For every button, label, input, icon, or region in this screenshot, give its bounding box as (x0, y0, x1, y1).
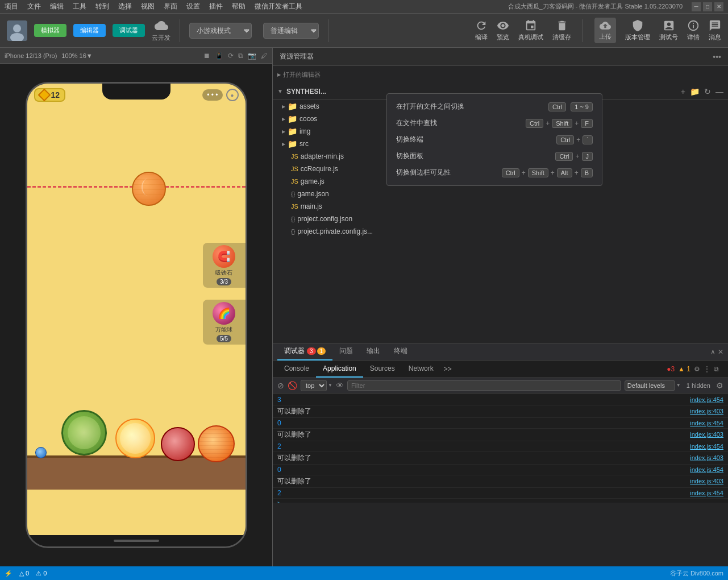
test-button[interactable]: 测试号 (659, 19, 678, 42)
compile-mode-select[interactable]: 普通编辑 (263, 23, 319, 39)
toolbar-right: 编译 预览 真机调试 清缓存 上传 (475, 18, 721, 43)
debug-up-icon[interactable]: ∧ (710, 348, 715, 356)
project-name: SYNTHESI... (286, 88, 326, 96)
menu-item-edit[interactable]: 编辑 (50, 2, 64, 11)
open-editors-title[interactable]: ▶ 打开的编辑器 (273, 68, 728, 81)
file-main-js[interactable]: JS main.js (273, 200, 728, 213)
tab-debugger[interactable]: 调试器 3 1 (277, 343, 332, 361)
phone-record-icon[interactable]: ● (226, 89, 239, 101)
menu-item-wechat[interactable]: 微信开发者工具 (255, 2, 302, 11)
menu-item-settings[interactable]: 设置 (186, 2, 200, 11)
collapse-icon[interactable]: — (715, 87, 723, 96)
preview-button[interactable]: 预览 (497, 19, 509, 42)
key-ctrl-1: Ctrl (548, 102, 566, 111)
sim-rotate-icon[interactable]: ⟳ (228, 52, 234, 60)
tab-issues[interactable]: 问题 (332, 343, 360, 361)
upload-button[interactable]: 上传 (594, 18, 616, 43)
tab-output[interactable]: 输出 (360, 343, 387, 361)
devtools-menu-icon[interactable]: ⋮ (704, 365, 710, 373)
phone-menu-dots[interactable]: • • • (202, 89, 222, 101)
menu-item-goto[interactable]: 转到 (95, 2, 109, 11)
plus-6: + (551, 169, 555, 177)
debug-panel: 调试器 3 1 问题 输出 终端 ∧ ✕ (273, 343, 728, 503)
editor-toggle[interactable]: 编辑器 (73, 24, 106, 37)
editor-btn[interactable]: 编辑器 (73, 24, 106, 37)
log-link-1[interactable]: index.js:403 (690, 408, 723, 415)
cocos-folder-icon: 📁 (288, 114, 297, 123)
settings-icon[interactable]: ⚙ (694, 365, 700, 373)
sim-stop-icon[interactable]: ⏹ (203, 52, 210, 60)
detail-button[interactable]: 详情 (687, 19, 700, 42)
log-link-8[interactable]: index.js:454 (690, 490, 723, 496)
devtools-more-tabs[interactable]: >> (440, 365, 455, 373)
file-project-config[interactable]: {} project.config.json (273, 213, 728, 225)
sim-more-icon[interactable]: 🖊 (261, 52, 268, 60)
sim-phone-icon[interactable]: 📱 (215, 52, 223, 60)
debugger-toggle[interactable]: 调试器 (113, 24, 145, 37)
new-folder-icon[interactable]: 📁 (690, 87, 700, 96)
cloud-dev-toggle[interactable]: 云开发 (152, 19, 170, 42)
debugger-btn[interactable]: 调试器 (113, 24, 145, 37)
phone-screen[interactable]: 12 • • • ● (27, 84, 246, 535)
devtools-network-tab[interactable]: Network (402, 361, 440, 378)
real-debug-button[interactable]: 真机调试 (518, 19, 543, 42)
log-link-2[interactable]: index.js:454 (690, 420, 723, 426)
console-filter-input[interactable] (347, 380, 621, 391)
log-entry-prompt[interactable]: > (273, 499, 728, 503)
log-link-0[interactable]: index.js:454 (690, 396, 723, 403)
avatar[interactable] (7, 20, 27, 41)
clean-button[interactable]: 清缓存 (552, 19, 571, 42)
log-link-5[interactable]: index.js:403 (690, 454, 723, 461)
file-game-json[interactable]: {} game.json (273, 188, 728, 200)
project-config-label: project.config.json (297, 215, 352, 223)
simulator-toggle[interactable]: 模拟器 (34, 24, 66, 37)
menu-item-help[interactable]: 帮助 (232, 2, 246, 11)
log-link-3[interactable]: index.js:403 (690, 431, 723, 438)
menu-item-file[interactable]: 文件 (27, 2, 41, 11)
file-project-private[interactable]: {} project.private.config.js... (273, 225, 728, 238)
compile-mode-selector[interactable]: 普通编辑 ▼ (263, 23, 319, 39)
devtools-console-tab[interactable]: Console (277, 361, 316, 378)
log-link-6[interactable]: index.js:454 (690, 466, 723, 473)
context-selector[interactable]: top (301, 380, 327, 391)
version-button[interactable]: 版本管理 (625, 19, 650, 42)
console-clear-icon[interactable]: ⊘ (277, 381, 284, 390)
refresh-icon[interactable]: ↻ (704, 87, 711, 96)
detail-label: 详情 (687, 33, 700, 42)
game-mode-selector[interactable]: 小游戏模式 ▼ (189, 23, 252, 39)
log-link-4[interactable]: index.js:454 (690, 443, 723, 450)
sim-split-icon[interactable]: ⧉ (238, 52, 243, 60)
message-button[interactable]: 消息 (709, 19, 721, 42)
menu-item-view[interactable]: 视图 (141, 2, 155, 11)
right-panel: 资源管理器 ••• ▶ 打开的编辑器 ▼ SYNTHESI... + 📁 (273, 48, 728, 566)
console-settings-icon[interactable]: ⚙ (716, 381, 723, 390)
console-content[interactable]: 3 index.js:454 可以删除了 index.js:403 0 inde… (273, 393, 728, 503)
dock-icon[interactable]: ⧉ (714, 365, 719, 373)
devtools-sources-tab[interactable]: Sources (363, 361, 402, 378)
power-item-magnet[interactable]: 🧲 吸铁石 3/3 (203, 243, 246, 288)
menu-item-select[interactable]: 选择 (118, 2, 132, 11)
power-item-universal[interactable]: 🌈 万能球 5/5 (203, 300, 246, 345)
log-link-7[interactable]: index.js:403 (690, 478, 723, 484)
minimize-button[interactable]: ─ (692, 2, 701, 11)
tab-terminal[interactable]: 终端 (387, 343, 414, 361)
menu-item-interface[interactable]: 界面 (164, 2, 177, 11)
status-warnings: ⚠ 0 (36, 570, 47, 577)
compile-button[interactable]: 编译 (475, 19, 488, 42)
src-folder-icon: 📁 (288, 139, 297, 148)
devtools-application-tab[interactable]: Application (316, 361, 363, 378)
menu-item-project[interactable]: 项目 (5, 2, 18, 11)
mode-select[interactable]: 小游戏模式 (189, 23, 252, 39)
log-level-select[interactable]: Default levels (625, 380, 675, 391)
debug-close-icon[interactable]: ✕ (718, 348, 723, 356)
simulator-btn[interactable]: 模拟器 (34, 24, 66, 37)
sim-screenshot-icon[interactable]: 📷 (248, 52, 256, 60)
menu-item-plugins[interactable]: 插件 (209, 2, 223, 11)
menu-item-tool[interactable]: 工具 (73, 2, 86, 11)
explorer-more-icon[interactable]: ••• (713, 52, 721, 61)
close-button[interactable]: ✕ (714, 2, 723, 11)
console-filter-icon[interactable]: 🚫 (288, 381, 297, 390)
eye-icon[interactable]: 👁 (336, 381, 344, 390)
new-file-icon[interactable]: + (681, 87, 685, 96)
maximize-button[interactable]: □ (703, 2, 712, 11)
